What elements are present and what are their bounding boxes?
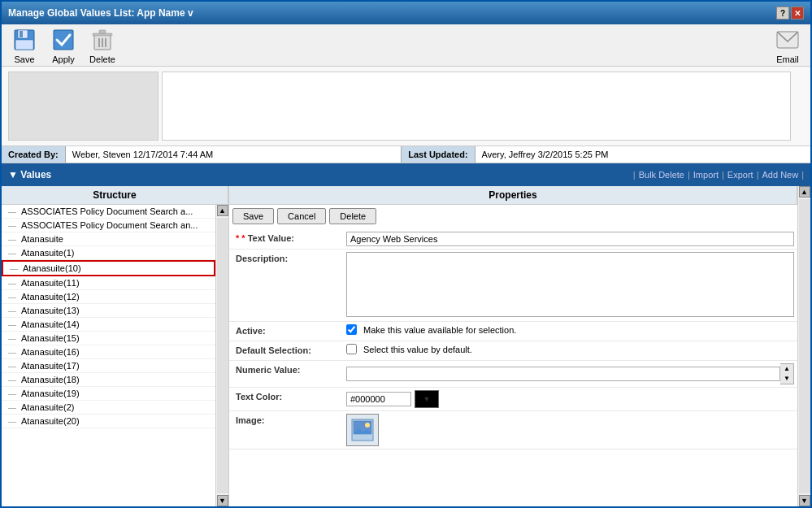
properties-header-row: Properties (229, 186, 797, 205)
export-link[interactable]: Export (727, 170, 753, 180)
numeric-spinners: ▲ ▼ (780, 363, 794, 384)
color-dropdown-arrow: ▼ (423, 395, 431, 403)
top-scrollbar[interactable] (791, 72, 804, 141)
close-button[interactable]: ✕ (791, 7, 804, 20)
image-label: Image: (232, 414, 346, 427)
delete-button[interactable]: Delete (86, 27, 119, 64)
list-item[interactable]: — Atanasuite(12) (2, 290, 215, 304)
active-checkbox[interactable] (346, 324, 357, 335)
list-item[interactable]: — Atanasuite(13) (2, 304, 215, 318)
svg-rect-2 (20, 31, 23, 37)
top-text-area[interactable] (162, 72, 791, 141)
save-button[interactable]: Save (8, 27, 41, 64)
properties-column-header: Properties (229, 186, 797, 205)
list-item[interactable]: — Atanasuite(18) (2, 373, 215, 387)
bulk-delete-link[interactable]: Bulk Delete (639, 170, 684, 180)
svg-rect-6 (93, 33, 112, 36)
description-row: Description: (229, 250, 797, 322)
structure-header-row: Structure (2, 186, 228, 205)
last-updated-value: Avery, Jeffrey 3/2/2015 5:25 PM (475, 146, 810, 163)
numeric-up-btn[interactable]: ▲ (780, 364, 793, 374)
color-hex-input[interactable] (346, 392, 411, 406)
props-save-button[interactable]: Save (232, 208, 274, 224)
help-button[interactable]: ? (776, 7, 789, 20)
active-row: Active: Make this value available for se… (229, 322, 797, 341)
email-button[interactable]: Email (771, 27, 804, 64)
list-item[interactable]: — Atanasuite(15) (2, 332, 215, 345)
save-label: Save (14, 54, 34, 64)
active-text: Make this value available for selection. (363, 325, 516, 335)
add-new-link[interactable]: Add New (762, 170, 799, 180)
color-swatch[interactable]: ▼ (415, 390, 439, 408)
properties-toolbar: Save Cancel Delete (229, 205, 797, 229)
text-value-field[interactable] (346, 232, 794, 246)
meta-row: Created By: Weber, Steven 12/17/2014 7:4… (2, 146, 810, 163)
numeric-value-row: Numeric Value: ▲ ▼ (229, 361, 797, 388)
title-bar-buttons: ? ✕ (776, 7, 804, 20)
props-cancel-button[interactable]: Cancel (277, 208, 326, 224)
list-item[interactable]: — Atanasuite (2, 232, 215, 246)
structure-panel: Structure — ASSOCIATES Policy Document S… (2, 186, 229, 506)
scroll-down-btn[interactable]: ▼ (217, 495, 228, 506)
default-selection-label: Default Selection: (232, 344, 346, 357)
list-item[interactable]: — Atanasuite(11) (2, 276, 215, 290)
list-item[interactable]: — Atanasuite(1) (2, 246, 215, 260)
structure-list: — ASSOCIATES Policy Document Search a...… (2, 205, 215, 506)
import-link[interactable]: Import (693, 170, 719, 180)
values-actions: | Bulk Delete | Import | Export | Add Ne… (633, 170, 804, 180)
separator-3: | (722, 170, 724, 180)
window-title: Manage Global Values List: App Name v (8, 7, 193, 19)
right-scroll-down-btn[interactable]: ▼ (799, 495, 810, 506)
numeric-value-field[interactable]: ▲ ▼ (346, 363, 794, 384)
svg-rect-3 (15, 40, 33, 50)
description-field[interactable] (346, 252, 794, 319)
structure-column-header: Structure (2, 186, 228, 205)
text-value-label: * Text Value: (232, 232, 346, 245)
separator-5: | (801, 170, 804, 180)
list-item[interactable]: — Atanasuite(16) (2, 345, 215, 359)
scroll-up-btn[interactable]: ▲ (217, 205, 228, 216)
text-value-input[interactable] (346, 232, 794, 246)
description-input[interactable] (346, 252, 794, 317)
numeric-input[interactable] (346, 367, 780, 381)
default-selection-checkbox[interactable] (346, 344, 357, 354)
image-button[interactable] (346, 414, 379, 446)
default-selection-text: Select this value by default. (363, 345, 472, 354)
list-item[interactable]: — Atanasuite(19) (2, 387, 215, 401)
list-item[interactable]: — Atanasuite(17) (2, 359, 215, 373)
numeric-down-btn[interactable]: ▼ (780, 374, 793, 384)
list-item[interactable]: — Atanasuite(20) (2, 415, 215, 428)
numeric-input-group: ▲ ▼ (346, 363, 794, 384)
email-label: Email (776, 54, 799, 64)
description-label: Description: (232, 252, 346, 265)
toolbar: Save Apply Delet (2, 24, 810, 67)
list-item-selected[interactable]: — Atanasuite(10) (2, 260, 215, 276)
text-color-row: Text Color: ▼ (229, 388, 797, 411)
created-by-value: Weber, Steven 12/17/2014 7:44 AM (66, 146, 402, 163)
right-scroll-up-btn[interactable]: ▲ (799, 186, 810, 198)
image-row: Image: (229, 411, 797, 449)
list-item[interactable]: — Atanasuite(14) (2, 318, 215, 332)
separator-2: | (688, 170, 690, 180)
list-item[interactable]: — Atanasuite(2) (2, 401, 215, 415)
svg-point-15 (365, 423, 370, 428)
last-updated-label: Last Updated: (402, 146, 475, 163)
right-scroll-thumb[interactable] (799, 199, 810, 493)
right-scrollbar[interactable]: ▲ ▼ (797, 186, 810, 506)
active-label: Active: (232, 324, 346, 337)
text-value-row: * Text Value: (229, 229, 797, 250)
image-icon (351, 419, 374, 441)
apply-button[interactable]: Apply (47, 27, 80, 64)
email-icon (775, 27, 801, 53)
active-value: Make this value available for selection. (346, 324, 794, 335)
list-item[interactable]: — ASSOCIATES Policy Document Search a... (2, 205, 215, 219)
list-item[interactable]: — ASSOCIATES Policy Document Search an..… (2, 219, 215, 232)
props-delete-button[interactable]: Delete (329, 208, 376, 224)
content-area: Created By: Weber, Steven 12/17/2014 7:4… (2, 67, 810, 506)
text-color-value: ▼ (346, 390, 794, 408)
structure-scrollbar[interactable]: ▲ ▼ (215, 205, 228, 506)
default-selection-value: Select this value by default. (346, 344, 794, 354)
svg-rect-7 (99, 30, 106, 33)
values-section: ▼ Values | Bulk Delete | Import | Export… (2, 163, 810, 506)
scroll-thumb[interactable] (217, 218, 228, 493)
